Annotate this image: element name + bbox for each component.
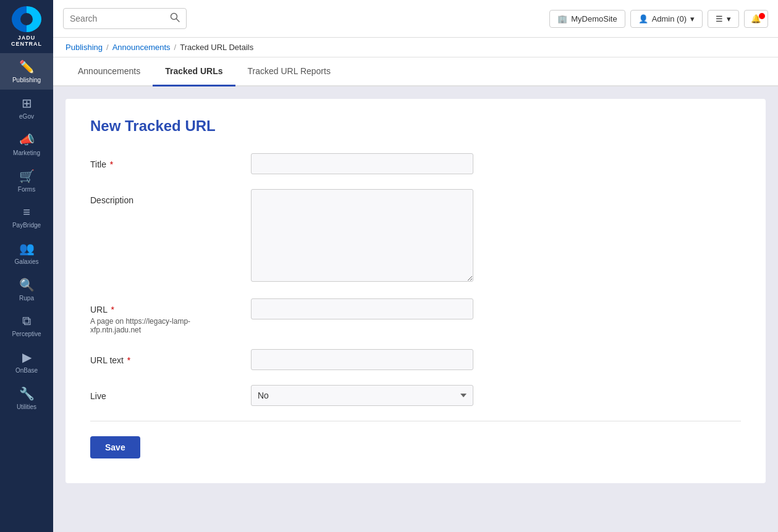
content-area: New Tracked URL Title * Description: [53, 87, 778, 532]
sidebar: JADUCENTRAL ✏️ Publishing ⊞ eGov 📣 Marke…: [0, 0, 53, 532]
title-required: *: [110, 159, 113, 169]
breadcrumb-sep2: /: [174, 43, 177, 52]
live-select[interactable]: No Yes: [251, 385, 473, 406]
sidebar-item-label: Rupa: [19, 295, 34, 302]
site-name: MyDemoSite: [571, 14, 617, 23]
sidebar-item-label: Galaxies: [15, 258, 39, 265]
search-input[interactable]: [70, 14, 165, 23]
forms-icon: 🛒: [19, 169, 35, 184]
sidebar-item-label: PayBridge: [12, 222, 41, 229]
url-input[interactable]: [251, 298, 473, 319]
chevron-down-icon: ▾: [690, 14, 695, 23]
egov-icon: ⊞: [22, 96, 32, 111]
topbar-right: 🏢 MyDemoSite 👤 Admin (0) ▾ ☰ ▾ 🔔: [549, 10, 768, 28]
sidebar-item-egov[interactable]: ⊞ eGov: [0, 90, 53, 126]
description-input[interactable]: [251, 189, 473, 282]
sidebar-item-forms[interactable]: 🛒 Forms: [0, 163, 53, 199]
title-label: Title *: [90, 153, 239, 169]
main-area: 🏢 MyDemoSite 👤 Admin (0) ▾ ☰ ▾ 🔔 Publish…: [53, 0, 778, 532]
sidebar-item-perceptive[interactable]: ⧉ Perceptive: [0, 308, 53, 344]
url-text-required: *: [127, 355, 130, 365]
breadcrumb: Publishing / Announcements / Tracked URL…: [53, 38, 778, 57]
galaxies-icon: 👥: [19, 241, 35, 256]
site-icon: 🏢: [557, 14, 567, 23]
notification-badge: [759, 13, 765, 19]
logo: JADUCENTRAL: [0, 0, 53, 53]
save-button[interactable]: Save: [90, 436, 140, 458]
svg-line-1: [177, 19, 180, 22]
sidebar-item-publishing[interactable]: ✏️ Publishing: [0, 53, 53, 90]
admin-icon: 👤: [638, 14, 648, 23]
url-text-label-container: URL text *: [90, 349, 239, 365]
perceptive-icon: ⧉: [22, 314, 31, 328]
live-row: Live No Yes: [90, 385, 741, 406]
breadcrumb-announcements[interactable]: Announcements: [112, 43, 171, 52]
menu-button[interactable]: ☰ ▾: [708, 10, 739, 28]
breadcrumb-current: Tracked URL Details: [180, 43, 253, 52]
utilities-icon: 🔧: [19, 386, 35, 401]
sidebar-item-label: Publishing: [12, 77, 41, 83]
breadcrumb-publishing[interactable]: Publishing: [66, 43, 103, 52]
sidebar-item-onbase[interactable]: ▶ OnBase: [0, 344, 53, 380]
sidebar-item-rupa[interactable]: 🔍 Rupa: [0, 271, 53, 308]
tabs-bar: Announcements Tracked URLs Tracked URL R…: [53, 57, 778, 87]
marketing-icon: 📣: [19, 132, 35, 147]
admin-button[interactable]: 👤 Admin (0) ▾: [630, 10, 703, 28]
title-input[interactable]: [251, 153, 473, 174]
chevron-down-icon2: ▾: [727, 14, 731, 23]
paybridge-icon: ≡: [23, 205, 30, 219]
sidebar-item-marketing[interactable]: 📣 Marketing: [0, 126, 53, 163]
sidebar-item-label: Marketing: [13, 150, 40, 156]
url-hint: A page on https://legacy-lamp-xfp.ntn.ja…: [90, 317, 239, 334]
admin-label: Admin (0): [652, 14, 687, 23]
breadcrumb-sep1: /: [106, 43, 109, 52]
site-button[interactable]: 🏢 MyDemoSite: [549, 10, 625, 28]
tab-tracked-urls[interactable]: Tracked URLs: [153, 57, 235, 87]
url-row: URL * A page on https://legacy-lamp-xfp.…: [90, 298, 741, 334]
topbar: 🏢 MyDemoSite 👤 Admin (0) ▾ ☰ ▾ 🔔: [53, 0, 778, 38]
onbase-icon: ▶: [22, 350, 32, 365]
sidebar-item-label: Utilities: [17, 403, 36, 410]
sidebar-item-galaxies[interactable]: 👥 Galaxies: [0, 235, 53, 271]
url-text-field: [251, 349, 473, 370]
form-title: New Tracked URL: [90, 117, 741, 135]
sidebar-item-label: Forms: [18, 186, 35, 193]
url-field: [251, 298, 473, 319]
sidebar-item-paybridge[interactable]: ≡ PayBridge: [0, 199, 53, 235]
description-label: Description: [90, 189, 239, 205]
sidebar-item-label: eGov: [19, 113, 34, 120]
title-row: Title *: [90, 153, 741, 174]
url-text-input[interactable]: [251, 349, 473, 370]
url-required: *: [111, 305, 114, 315]
logo-text: JADUCENTRAL: [11, 35, 42, 47]
url-label-container: URL * A page on https://legacy-lamp-xfp.…: [90, 298, 239, 334]
sidebar-item-label: OnBase: [15, 367, 38, 374]
form-card: New Tracked URL Title * Description: [66, 99, 766, 483]
rupa-icon: 🔍: [19, 277, 35, 292]
form-divider: [90, 421, 741, 421]
sidebar-item-utilities[interactable]: 🔧 Utilities: [0, 380, 53, 416]
url-text-row: URL text *: [90, 349, 741, 370]
menu-icon: ☰: [716, 14, 723, 23]
description-row: Description: [90, 189, 741, 284]
publishing-icon: ✏️: [19, 59, 35, 74]
sidebar-item-label: Perceptive: [12, 331, 41, 337]
live-field: No Yes: [251, 385, 473, 406]
title-field: [251, 153, 473, 174]
description-field: [251, 189, 473, 284]
live-label: Live: [90, 385, 239, 401]
tab-announcements[interactable]: Announcements: [66, 57, 153, 87]
logo-icon: [12, 6, 41, 32]
notification-button[interactable]: 🔔: [744, 10, 768, 28]
search-icon[interactable]: [170, 12, 180, 25]
tab-tracked-url-reports[interactable]: Tracked URL Reports: [235, 57, 343, 87]
search-box[interactable]: [63, 8, 187, 29]
